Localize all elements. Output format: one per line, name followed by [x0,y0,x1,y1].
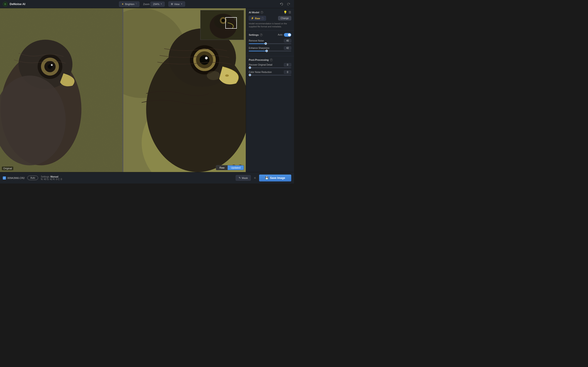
model-row: ⚡ Raw ? Change [249,16,291,21]
zoom-area: Zoom 294% ▼ [143,2,165,7]
change-model-button[interactable]: Change [278,16,291,20]
header: D DeNoise AI ✦ Brighten ? Zoom 294% ▼ ⊞ … [0,0,294,8]
settings-header: Settings ? Auto [249,33,291,37]
lightning-icon: ⚡ [251,17,254,20]
settings-help-icon[interactable]: ? [260,33,262,36]
svg-point-10 [51,64,53,66]
thumbnail-image [200,10,244,40]
auto-tag-button[interactable]: Auto [27,176,38,180]
mask-button[interactable]: ✎ Mask [236,175,251,181]
ai-model-section: AI Model ? 💡 ☰ ⚡ Raw ? Change Model reco… [246,8,294,31]
post-processing-section: Post-Processing ? Recover Original Detai… [246,56,294,80]
right-panel: AI Model ? 💡 ☰ ⚡ Raw ? Change Model reco… [246,8,294,172]
post-processing-title: Post-Processing ? [249,58,273,61]
brighten-star-icon: ✦ [121,2,124,6]
ai-model-icons: 💡 ☰ [284,10,291,14]
ai-model-title: AI Model ? [249,11,263,14]
remove-noise-fill [249,43,266,44]
recover-detail-track[interactable] [249,67,291,68]
main-area: Original [0,8,294,172]
recover-detail-thumb[interactable] [249,67,251,69]
auto-toggle[interactable] [284,33,291,37]
color-noise-row: Color Noise Reduction 0 [249,70,291,75]
file-checkbox: ✓ 009A3966.CR2 [3,176,25,180]
ai-model-help-icon[interactable]: ? [260,11,263,14]
color-noise-track[interactable] [249,75,291,75]
remove-noise-thumb[interactable] [265,42,267,45]
updated-tab-button[interactable]: Updated [228,165,244,170]
brighten-help-icon[interactable]: ? [136,3,137,5]
model-help-icon[interactable]: ? [261,17,264,20]
enhance-sharpness-fill [249,51,267,51]
recover-detail-label-row: Recover Original Detail 0 [249,63,291,67]
enhance-sharpness-label-row: Enhance Sharpness 42 [249,46,291,50]
view-label: View [174,3,180,6]
remove-noise-row: Remove Noise 40 [249,39,291,44]
logo-area: D DeNoise AI [3,2,25,7]
view-grid-icon: ⊞ [171,2,173,6]
model-badge: ⚡ Raw ? [249,16,266,21]
list-icon[interactable]: ☰ [288,10,291,14]
brighten-label: Brighten [125,3,134,6]
raw-tab-button[interactable]: Raw [216,165,228,170]
enhance-sharpness-row: Enhance Sharpness 42 [249,46,291,51]
model-description: Model recommendation is based on the sup… [249,22,291,28]
app-logo-icon: D [3,2,8,7]
remove-noise-label-row: Remove Noise 40 [249,39,291,42]
svg-point-22 [225,75,229,77]
post-processing-help-icon[interactable]: ? [270,58,273,61]
enhance-sharpness-label: Enhance Sharpness [249,47,269,49]
settings-label: Settings: [41,175,51,178]
svg-text:D: D [4,3,6,6]
thumbnail-viewport-box[interactable] [225,17,237,29]
header-right [279,1,291,7]
enhance-sharpness-track[interactable] [249,51,291,51]
remove-noise-value: 40 [284,39,291,42]
split-handle[interactable] [122,8,123,172]
original-label: Original [2,167,13,170]
svg-point-23 [207,71,220,80]
post-processing-header: Post-Processing ? [249,58,291,61]
svg-point-20 [199,55,209,65]
view-button[interactable]: ⊞ View ▼ [168,1,185,7]
close-file-button[interactable]: ✕ [253,175,257,181]
image-area: Original [0,8,246,172]
mask-icon: ✎ [239,176,241,179]
bulb-icon[interactable]: 💡 [284,10,287,14]
recover-detail-value: 0 [284,63,291,67]
redo-icon [287,2,290,6]
save-image-button[interactable]: 💾 Save Image [259,175,291,181]
zoom-selector[interactable]: 294% ▼ [150,2,165,7]
undo-button[interactable] [279,1,284,7]
app-title: DeNoise AI [10,2,25,6]
svg-rect-29 [200,10,243,40]
color-noise-thumb[interactable] [249,74,251,76]
settings-value: Manual [51,175,58,178]
remove-noise-track[interactable] [249,43,291,44]
undo-icon [280,2,284,6]
svg-point-21 [205,57,208,59]
undo-redo-group [279,1,291,7]
bottom-bar: ✓ 009A3966.CR2 Auto Settings: ManualN: 4… [0,172,294,184]
zoom-label: Zoom [143,3,149,6]
view-chevron-icon: ▼ [181,3,183,5]
file-checkbox-input[interactable]: ✓ [3,176,6,180]
zoom-value-text: 294% [153,3,159,6]
settings-section: Settings ? Auto Remove Noise 40 [246,31,294,56]
settings-auto-group: Auto [278,33,291,37]
brighten-button[interactable]: ✦ Brighten ? [119,1,139,7]
save-label: Save Image [270,176,285,180]
image-bottom: ☹ ☺ Raw Updated [123,163,246,172]
enhance-sharpness-thumb[interactable] [266,50,268,52]
recover-detail-row: Recover Original Detail 0 [249,63,291,68]
remove-noise-label: Remove Noise [249,40,264,42]
redo-button[interactable] [286,1,291,7]
color-noise-label-row: Color Noise Reduction 0 [249,70,291,74]
color-noise-value: 0 [284,70,291,74]
color-noise-label: Color Noise Reduction [249,71,272,73]
save-icon: 💾 [265,176,268,180]
settings-title: Settings ? [249,33,262,36]
recover-detail-label: Recover Original Detail [249,64,272,66]
zoom-chevron-icon: ▼ [160,3,162,5]
bottom-right: ✎ Mask ✕ 💾 Save Image [236,175,291,181]
